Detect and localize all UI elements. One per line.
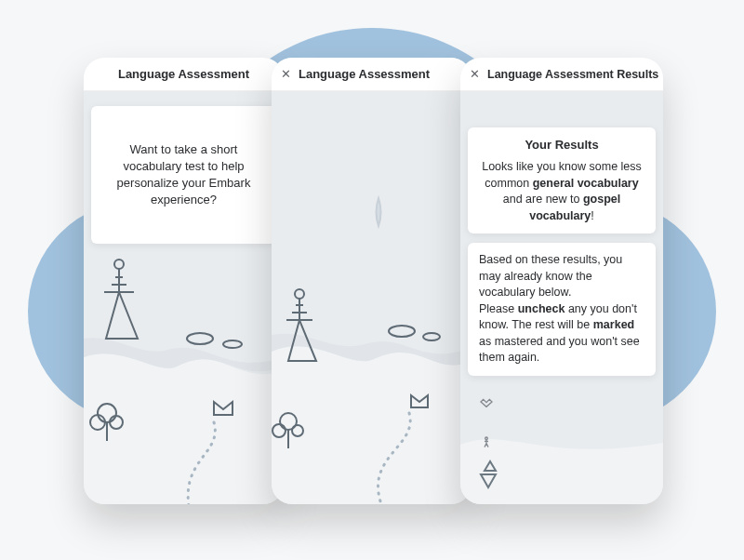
instr-line2: Please uncheck any you don't know. The r…: [479, 301, 644, 367]
close-icon[interactable]: ✕: [281, 68, 291, 80]
topbar: ✕ Language Assessment Results: [460, 58, 663, 91]
topbar-title: Language Assessment: [118, 67, 249, 81]
phone-question: ✕ Language Assessment: [272, 58, 472, 504]
topbar: ✕ Language Assessment: [272, 58, 472, 91]
pray-icon: [479, 435, 494, 450]
handshake-icon: [479, 394, 494, 409]
phone-results: ✕ Language Assessment Results Assessment…: [460, 58, 663, 504]
topbar-title: Language Assessment Results: [487, 68, 658, 81]
topbar: Language Assessment: [84, 58, 284, 91]
screen: Assessment complete! Your Results Looks …: [460, 91, 663, 504]
screen: Companion (female) la compañera CONTINUE: [272, 91, 472, 504]
phone-intro: Language Assessment: [84, 58, 284, 504]
intro-text: Want to take a short vocabulary test to …: [104, 141, 263, 209]
intro-card: Want to take a short vocabulary test to …: [91, 106, 276, 244]
results-body: Looks like you know some less common gen…: [479, 159, 644, 224]
instructions-card: Based on these results, you may already …: [468, 243, 656, 376]
instr-line1: Based on these results, you may already …: [479, 252, 644, 301]
screen: Want to take a short vocabulary test to …: [84, 106, 284, 504]
map-illustration: [272, 91, 472, 504]
results-title: Your Results: [479, 137, 644, 153]
close-icon[interactable]: ✕: [470, 68, 480, 80]
svg-point-19: [485, 437, 488, 440]
results-card: Your Results Looks like you know some le…: [468, 127, 656, 233]
stage: Language Assessment: [0, 0, 744, 560]
topbar-title: Language Assessment: [299, 67, 430, 81]
